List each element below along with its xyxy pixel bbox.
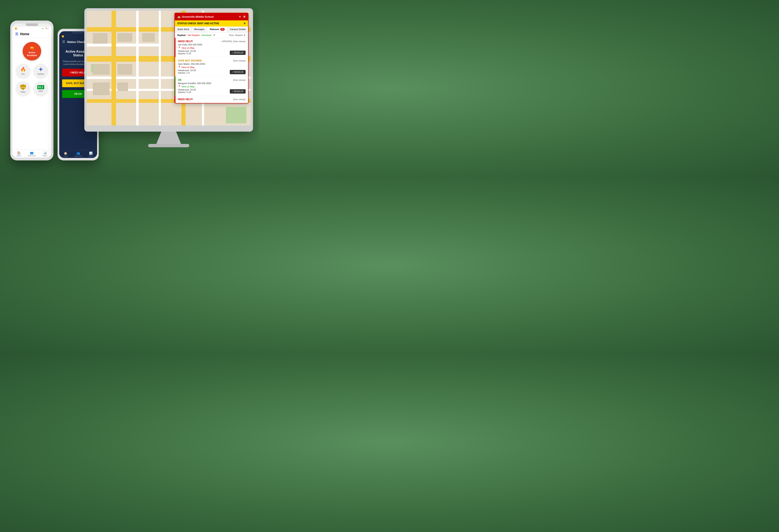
nav-home-label: Home [17,155,21,157]
filter-sep-1: | [186,34,187,37]
nav-home-button[interactable]: 🏠 Home [12,151,25,157]
fire-icon: 🔥 [20,67,26,72]
status-person-2: Jane Martin, 555-555-5555 [178,63,246,65]
phone1-gps-status: ●✓ [42,28,44,29]
status-safe-injured: SAFE BUT INJURED [178,59,202,62]
hamburger-icon[interactable]: ☰ [15,32,18,36]
status-ok: OK [178,78,182,81]
phone2-nav-status-button[interactable]: 📊 Status [84,151,97,157]
filter-time[interactable]: Time: Newest ▼ [229,34,246,37]
monitor-screen: 🏫 Greenville Middle School + ✕ STATUS CH… [87,11,250,125]
resolve-button-1[interactable]: RESOLVE [230,51,246,55]
filter-replied[interactable]: Replied [177,34,186,37]
status-item-2: SAFE BUT INJURED {time stamp} Jane Marti… [175,57,248,76]
resolve-button-3[interactable]: RESOLVE [230,89,246,93]
panel-header-left: 🏫 Greenville Middle School [177,15,214,18]
phone1-header: ☰ Home [12,30,51,38]
other-911-button[interactable]: 911 Other [34,81,48,96]
status-label-2: SAFE BUT INJURED {time stamp} [178,59,246,62]
nav-status-button[interactable]: 📊 Status [39,151,51,157]
tab-statuses[interactable]: Statuses 55 [207,26,227,32]
phone1-status-bar: 📶 ●✓ 📍✓ [12,27,51,30]
panel-alert: STATUS CHECK SENT AND ACTIVE ✕ [175,20,248,26]
status-item-1: NEED HELP! ↑ UPDATED: {time stamp} Joe K… [175,38,248,57]
chevron-down-icon: ▼ [243,34,246,37]
scene: 📶 ●✓ 📍✓ ☰ Home 🔫 Active [6,4,253,173]
tab-quick-send[interactable]: Quick Send [175,26,192,32]
map-link-3[interactable]: 📍 View on Map [178,85,246,88]
staff-assist-icon: 👥 [30,151,34,154]
status-label-1: NEED HELP! ↑ UPDATED: {time stamp} [178,40,246,43]
status-label-3: OK {time stamp} [178,78,246,81]
medical-label: Medical [38,73,44,75]
phone2-notch [72,31,84,34]
status-person-1: Joe Kelly, 555-555-5555 [178,44,246,46]
fire-button[interactable]: 🔥 Fire [16,64,30,78]
police-label: Police [20,91,26,93]
fire-label: Fire [21,73,25,75]
active-assailant-button[interactable]: 🔫 Active Assailant [23,42,41,60]
phone1-title: Home [20,32,29,36]
phone1-outer: 📶 ●✓ 📍✓ ☰ Home 🔫 Active [10,20,54,160]
phone1-home: 📶 ●✓ 📍✓ ☰ Home 🔫 Active [10,20,54,164]
map-pin-icon-2: 📍 [178,66,181,68]
phone2-nav: 🏠 Home 👥 Staff Assist 📊 Status [59,150,97,158]
phone1-nav: 🏠 Home 👥 Staff Assist 📊 Status [12,150,51,157]
gun-icon: 🔫 [29,46,35,51]
medical-button[interactable]: ✚ Medical [34,64,48,78]
status-icon: 📊 [43,151,47,154]
status-timestamp-4: {time stamp} [233,98,246,101]
alert-close-button[interactable]: ✕ [244,22,246,25]
nav-staff-label: Staff Assist [28,155,36,157]
tab-campus-details[interactable]: Campus Details [227,26,248,32]
phone1-notch [26,23,38,26]
map-link-1[interactable]: 📍 View on Map [178,47,246,49]
resolve-button-2[interactable]: RESOLVE [230,70,246,74]
panel-close-button[interactable]: ✕ [243,15,246,19]
app-row-1: 🔥 Fire ✚ Medical [16,64,48,78]
filter-resolved[interactable]: Resolved [202,34,211,37]
nav-staff-assist-button[interactable]: 👥 Staff Assist [25,151,38,157]
phone2-nav-staff-button[interactable]: 👥 Staff Assist [72,151,84,157]
phone2-wifi-icon: 📶 [62,36,64,38]
panel-tabs: Quick Send Messages Statuses 55 Campus D… [175,26,248,32]
status-item-3: OK {time stamp} Margaret Schaffer, 555-5… [175,76,248,96]
phone1-pin-icon: 📍✓ [45,27,49,29]
badge-911: 911 [37,85,44,89]
nav-status-label: Status [43,155,47,157]
phone2-staff-icon: 👥 [76,151,80,155]
app-grid: 🔫 Active Assailant 🔥 Fire ✚ Medica [12,38,51,100]
police-button[interactable]: POLICE Police [16,81,30,96]
other-label: Other [39,90,43,92]
status-need-help-2: NEED HELP! [178,98,193,101]
medical-icon: ✚ [39,67,43,72]
monitor-base [148,144,189,147]
phone2-nav-staff-label: Staff Assist [74,155,82,157]
phone1-inner: 📶 ●✓ 📍✓ ☰ Home 🔫 Active [12,23,51,157]
phone2-nav-status-label: Status [88,155,93,157]
tab-messages[interactable]: Messages [192,26,207,32]
active-assailant-label2: Assailant [27,54,37,57]
phone2-nav-home-button[interactable]: 🏠 Home [59,151,72,157]
phone2-hamburger-icon[interactable]: ☰ [62,40,65,44]
statuses-badge: 55 [220,28,225,30]
alert-text: STATUS CHECK SENT AND ACTIVE [177,22,219,25]
updated-icon: ↑ [221,40,222,43]
phone2-nav-home-label: Home [63,155,68,157]
status-panel: 🏫 Greenville Middle School + ✕ STATUS CH… [174,13,248,104]
panel-header: 🏫 Greenville Middle School + ✕ [175,13,248,20]
filter-not-replied[interactable]: Not Replied [188,34,199,37]
panel-header-actions: + ✕ [239,15,246,19]
desktop-monitor: 🏫 Greenville Middle School + ✕ STATUS CH… [84,8,253,148]
monitor-outer: 🏫 Greenville Middle School + ✕ STATUS CH… [84,8,253,132]
police-shield-icon: POLICE [20,84,26,90]
school-name: Greenville Middle School [182,15,214,18]
panel-plus-button[interactable]: + [239,15,241,19]
status-label-4: NEED HELP! {time stamp} [178,98,246,101]
phone1-status-icons: ●✓ 📍✓ [42,27,49,29]
map-link-2[interactable]: 📍 View on Map [178,66,246,68]
filter-icon: ⚙ [213,34,216,37]
panel-filter: Replied | Not Replied | Resolved ⚙ Time:… [175,32,248,38]
app-row-2: POLICE Police 911 Other [16,81,48,96]
status-timestamp-3: {time stamp} [233,79,246,81]
